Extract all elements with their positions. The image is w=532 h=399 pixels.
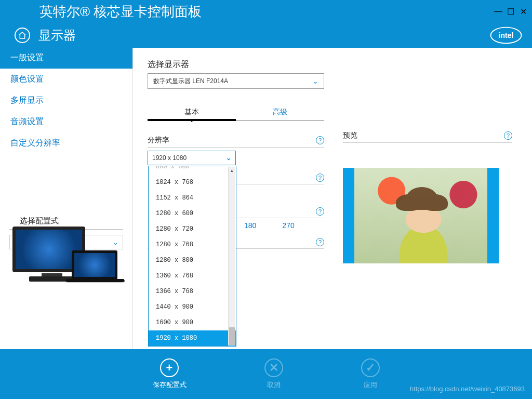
sidebar-item-label: 自定义分辨率 — [10, 138, 60, 147]
check-icon: ✓ — [361, 358, 380, 377]
svg-text:intel: intel — [499, 31, 514, 39]
home-button[interactable] — [15, 28, 30, 43]
resolution-option[interactable]: 1366 x 768 — [149, 284, 236, 299]
tab-label: 高级 — [273, 108, 287, 116]
resolution-select[interactable]: 1920 x 1080 ⌄ 800 x 600 532 x 399 1152 … — [148, 151, 236, 165]
sidebar-item-label: 一般设置 — [10, 53, 44, 62]
preview-box — [343, 168, 499, 263]
sidebar-item-general[interactable]: 一般设置 — [0, 47, 132, 69]
save-label: 保存配置式 — [153, 380, 187, 390]
resolution-row: 分辨率 ? 1920 x 1080 ⌄ 800 x 600 532 x 399… — [148, 136, 324, 165]
device-illustration — [9, 224, 124, 297]
help-icon[interactable]: ? — [316, 174, 324, 182]
close-icon: ✕ — [264, 358, 283, 377]
help-icon[interactable]: ? — [316, 207, 324, 216]
window-controls: — ☐ ✕ — [494, 7, 528, 17]
scrollbar-thumb[interactable] — [229, 327, 235, 345]
sidebar-item-custom-resolution[interactable]: 自定义分辨率 — [0, 132, 132, 154]
sidebar-item-color[interactable]: 颜色设置 — [0, 69, 132, 90]
tab-advanced[interactable]: 高级 — [236, 104, 324, 120]
save-profile-button[interactable]: + 保存配置式 — [153, 358, 187, 390]
preview-section: 预览 ? — [343, 131, 512, 263]
preview-image — [354, 168, 487, 263]
cancel-button[interactable]: ✕ 取消 — [264, 358, 283, 390]
resolution-option-selected[interactable]: 1920 x 1080 — [149, 330, 236, 346]
sidebar-item-label: 颜色设置 — [10, 74, 44, 83]
help-icon[interactable]: ? — [504, 131, 512, 140]
resolution-option[interactable]: 1360 x 768 — [149, 268, 236, 284]
section-title: 显示器 — [38, 27, 76, 44]
resolution-option[interactable]: 1600 x 900 — [149, 315, 236, 330]
sidebar-item-audio[interactable]: 音频设置 — [0, 111, 132, 132]
minimize-button[interactable]: — — [494, 7, 503, 17]
rotation-value[interactable]: 270 — [282, 221, 294, 230]
resolution-option[interactable]: 1280 x 800 — [149, 252, 236, 268]
display-select[interactable]: 数字式显示器 LEN F2014A ⌄ — [148, 73, 324, 89]
apply-button[interactable]: ✓ 应用 — [361, 358, 380, 390]
resolution-option[interactable]: 1440 x 900 — [149, 299, 236, 315]
resolution-option[interactable]: 532 x 399 — [149, 175, 236, 190]
rotation-value[interactable]: 180 — [244, 221, 256, 230]
sidebar-item-label: 多屏显示 — [10, 96, 44, 104]
chevron-down-icon: ⌄ — [226, 154, 231, 162]
resolution-option[interactable]: 800 x 600 — [149, 166, 236, 175]
laptop-icon — [66, 250, 124, 297]
maximize-button[interactable]: ☐ — [506, 7, 515, 17]
watermark: https://blog.csdn.net/weixin_40873693 — [410, 385, 525, 393]
help-icon[interactable]: ? — [316, 238, 324, 246]
display-select-value: 数字式显示器 LEN F2014A — [153, 77, 228, 86]
resolution-option[interactable]: 1152 x 864 — [149, 190, 236, 206]
apply-label: 应用 — [364, 380, 377, 390]
chevron-down-icon: ⌄ — [312, 77, 318, 85]
scrollbar[interactable]: ▴ — [228, 167, 235, 345]
sidebar-item-label: 音频设置 — [10, 117, 44, 126]
section-bar: 显示器 intel — [0, 23, 532, 48]
tab-label: 基本 — [184, 108, 199, 116]
cancel-label: 取消 — [267, 380, 281, 390]
intel-logo: intel — [489, 25, 523, 46]
title-bar: 英特尔® 核芯显卡控制面板 — ☐ ✕ — [0, 0, 532, 23]
scroll-up-icon[interactable]: ▴ — [229, 168, 235, 173]
resolution-dropdown: 800 x 600 532 x 399 1152 x 864 1280 x 6… — [148, 166, 236, 347]
resolution-option[interactable]: 1280 x 600 — [149, 206, 236, 221]
sidebar: 一般设置 颜色设置 多屏显示 音频设置 自定义分辨率 选择配置式 当前设置 ⌄ — [0, 48, 133, 349]
resolution-label: 分辨率 — [148, 136, 169, 145]
settings-tabs: 基本 高级 — [148, 104, 324, 121]
help-icon[interactable]: ? — [316, 136, 324, 144]
resolution-option[interactable]: 1280 x 720 — [149, 221, 236, 237]
resolution-value: 1920 x 1080 — [152, 154, 187, 162]
sidebar-item-multidisplay[interactable]: 多屏显示 — [0, 90, 132, 111]
home-icon — [18, 31, 26, 39]
resolution-option[interactable]: 1280 x 768 — [149, 237, 236, 252]
tab-basic[interactable]: 基本 — [148, 104, 236, 120]
select-display-label: 选择显示器 — [148, 59, 517, 70]
app-title: 英特尔® 核芯显卡控制面板 — [39, 3, 202, 21]
plus-icon: + — [160, 358, 179, 377]
preview-label: 预览 — [343, 131, 357, 140]
close-button[interactable]: ✕ — [518, 7, 528, 17]
